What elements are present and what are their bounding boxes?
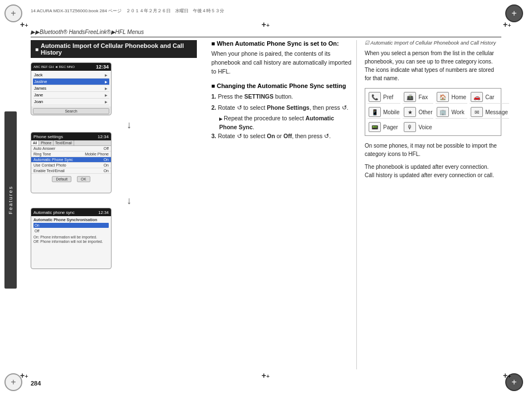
section-heading: Automatic Import of Cellular Phonebook a… <box>31 40 197 58</box>
screen2-phone-settings: Phone settings 12:34 All Phone Text/Emai… <box>31 132 112 193</box>
screen2-title: Phone settings <box>33 134 63 139</box>
screen2-row-auto-sync: Automatic Phone SyncOn <box>31 157 111 163</box>
screen1-row-jane: Jane▶ <box>33 92 109 99</box>
tab-all: All <box>31 140 39 145</box>
steps-list: 1. Press the SETTINGS button. 2. Rotate … <box>211 92 352 141</box>
screen1-row-james: James▶ <box>33 85 109 92</box>
main-content: Automatic Import of Cellular Phonebook a… <box>31 40 501 369</box>
right-panel: Automatic Import of Cellular Phonebook a… <box>356 40 501 369</box>
screen1-content: Jack▶ Jasline▶ James▶ Jane▶ Joan▶ <box>31 71 111 106</box>
screen1-search: Search <box>33 108 109 114</box>
screen2-header: Phone settings 12:34 <box>31 133 111 140</box>
icons-grid: 📞 Pref 📠 Fax 🏠 Home 🚗 Car 📱 Mobile ★ <box>365 88 501 136</box>
icon-voice: 🎙 Voice <box>403 121 433 133</box>
left-column: Automatic Import of Cellular Phonebook a… <box>31 40 204 369</box>
page-number: 284 <box>31 380 41 387</box>
screen3-time: 12:34 <box>98 210 109 215</box>
step-1: 1. Press the SETTINGS button. <box>211 92 352 101</box>
screen1-row-joan: Joan▶ <box>33 99 109 105</box>
screen3-auto-sync: Automatic phone sync 12:34 Automatic Pho… <box>31 208 112 269</box>
arrow-down-indicator-2: ↓ <box>61 196 197 206</box>
screen3-sync-label: Automatic Phone Synchronisation <box>33 218 109 222</box>
screen2-time: 12:34 <box>98 134 109 139</box>
screen1-row-jasline: Jasline▶ <box>33 79 109 85</box>
screen2-row-enable-text: Enable Text/EmailOn <box>31 168 111 174</box>
screen3-desc-on: On: Phone information will be imported. … <box>33 235 109 245</box>
print-info: 14 ACURA MDX-31TZ56000.book 284 ページ ２０１４… <box>31 8 501 14</box>
crosshair-top-left: + <box>20 20 29 29</box>
crosshair-bottom-left: + <box>20 371 29 380</box>
right-panel-note2: The phonebook is updated after every con… <box>365 163 501 179</box>
screen1-icons: ABC BEF GH ◄ REC MNO <box>33 65 75 69</box>
screen2-row-auto-answer: Auto AnswerOff <box>31 146 111 152</box>
when-on-heading: When Automatic Phone Sync is set to On: <box>211 40 352 47</box>
screen1-contact-list: ABC BEF GH ◄ REC MNO 12:34 Jack▶ Jasline… <box>31 62 112 115</box>
tab-phone: Phone <box>39 140 54 145</box>
default-button[interactable]: Default <box>52 176 71 182</box>
crosshair-bottom-right: + <box>503 371 512 380</box>
screen3-option-off: Off <box>33 228 109 233</box>
screen1-row-jack: Jack▶ <box>33 72 109 79</box>
icon-mobile: 📱 Mobile <box>367 106 400 119</box>
instructions-panel: When Automatic Phone Sync is set to On: … <box>204 40 356 369</box>
crosshair-bottom-center: + <box>262 371 270 380</box>
features-label: Features <box>8 186 13 214</box>
breadcrumb: ▶▶Bluetooth® HandsFreeLink®▶HFL Menus <box>31 29 501 37</box>
screen3-options: On Off <box>33 223 109 233</box>
step-2: 2. Rotate ↺ to select Phone Settings, th… <box>211 103 352 113</box>
icon-fax: 📠 Fax <box>403 91 433 104</box>
when-on-text: When your phone is paired, the contents … <box>211 50 352 76</box>
right-panel-note1: On some phones, it may not be possible t… <box>365 142 501 158</box>
change-heading: Changing the Automatic Phone Sync settin… <box>211 82 352 89</box>
screen2-tabs: All Phone Text/Email <box>31 140 111 146</box>
screen2-buttons: Default OK <box>31 175 111 183</box>
arrow-down-indicator: ↓ <box>61 120 197 130</box>
icon-pager: 📟 Pager <box>367 121 400 133</box>
screen2-row-contact-photo: Use Contact PhotoOn <box>31 163 111 168</box>
step-3: 3. Rotate ↺ to select On or Off, then pr… <box>211 131 352 141</box>
screen3-body: Automatic Phone Synchronisation On Off O… <box>31 216 111 246</box>
ok-button[interactable]: OK <box>77 176 90 182</box>
tab-text-email: Text/Email <box>54 140 74 145</box>
right-panel-intro: When you select a person from the list i… <box>365 49 501 82</box>
icon-message: ✉ Message <box>470 106 509 119</box>
right-panel-title: Automatic Import of Cellular Phonebook a… <box>365 40 501 46</box>
screen1-header: ABC BEF GH ◄ REC MNO 12:34 <box>31 63 111 71</box>
icon-work: 🏢 Work <box>436 106 467 119</box>
features-sidebar: Features <box>4 111 17 289</box>
icon-home: 🏠 Home <box>436 91 467 104</box>
crosshair-top-right: + <box>503 20 512 29</box>
step-2-sub: Repeat the procedure to select Automatic… <box>211 114 352 132</box>
screen2-row-ringtone: Ring ToneMobile Phone <box>31 152 111 157</box>
crosshair-top-center: + <box>262 20 270 29</box>
icon-pref: 📞 Pref <box>367 91 400 104</box>
icon-car: 🚗 Car <box>470 91 509 104</box>
screen3-header: Automatic phone sync 12:34 <box>31 208 111 216</box>
screen1-time: 12:34 <box>96 64 109 70</box>
icon-other: ★ Other <box>403 106 433 119</box>
screen3-option-on: On <box>33 223 109 228</box>
screen3-title: Automatic phone sync <box>33 210 75 215</box>
